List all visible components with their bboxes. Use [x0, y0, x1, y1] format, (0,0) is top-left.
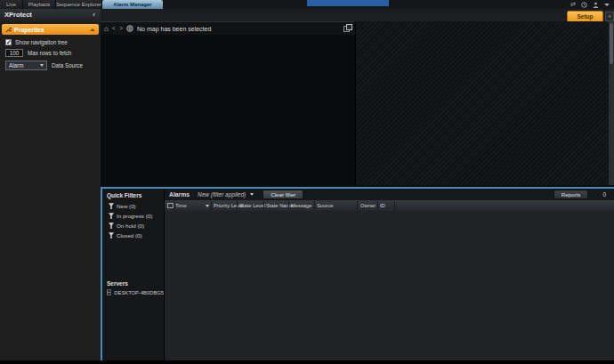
data-source-row: Alarm Data Source	[5, 61, 83, 70]
tab-sequence-explorer[interactable]: Sequence Explorer	[56, 0, 102, 9]
servers-section: Servers DESKTOP-4B0DBG5	[102, 280, 164, 295]
vertical-scrollbar[interactable]	[609, 21, 614, 185]
quick-filters-title: Quick Filters	[107, 192, 164, 198]
column-separator	[174, 201, 174, 210]
preview-panel	[355, 21, 609, 185]
servers-title: Servers	[107, 280, 164, 287]
server-item[interactable]: DESKTOP-4B0DBG5	[102, 289, 164, 295]
alarms-filter-status[interactable]: New (filter applied)	[198, 191, 246, 198]
show-nav-tree-checkbox[interactable]: ✓	[5, 39, 12, 45]
filter-item-in-progress[interactable]: In progress (0)	[102, 211, 164, 221]
sort-desc-icon	[206, 205, 209, 207]
reports-button[interactable]: Reports	[553, 190, 589, 199]
data-source-select[interactable]: Alarm	[5, 61, 47, 70]
funnel-icon	[109, 222, 114, 229]
alarm-count-badge: 0	[602, 191, 606, 198]
sidebar-header: XProtect ‹	[0, 9, 101, 21]
map-panel: ⌂ < > No map has been selected	[101, 21, 354, 185]
column-header-state-name[interactable]: State Name	[266, 200, 294, 211]
user-icon[interactable]	[593, 2, 599, 8]
column-header-owner[interactable]: Owner	[360, 200, 376, 211]
column-separator	[288, 201, 289, 210]
max-rows-input[interactable]: 100	[5, 49, 23, 57]
column-header-id[interactable]: ID	[380, 200, 385, 211]
column-separator	[237, 201, 238, 210]
chevron-down-icon[interactable]	[250, 193, 254, 196]
data-source-label: Data Source	[52, 62, 83, 69]
swap-arrows-icon[interactable]: ⇄	[570, 1, 576, 8]
column-separator	[394, 201, 395, 210]
bottom-edge	[0, 360, 614, 364]
filter-label: Closed (0)	[117, 232, 142, 239]
filter-item-new[interactable]: New (0)	[102, 201, 164, 211]
map-globe-icon	[126, 25, 133, 32]
data-source-value: Alarm	[9, 61, 40, 69]
main-toolbar	[101, 9, 614, 21]
properties-header[interactable]: Properties	[2, 24, 99, 35]
tab-alarm-manager[interactable]: Alarm Manager	[102, 0, 163, 9]
wrench-icon	[5, 27, 12, 33]
home-icon[interactable]: ⌂	[104, 25, 109, 33]
filter-label: New (0)	[117, 203, 136, 209]
filter-item-on-hold[interactable]: On hold (0)	[102, 221, 164, 231]
column-separator	[357, 201, 358, 210]
column-header-source[interactable]: Source	[317, 200, 333, 211]
workspace-tabs: Live Playback Sequence Explorer Alarm Ma…	[0, 0, 163, 9]
back-icon[interactable]: <	[112, 22, 116, 35]
show-nav-tree-label: Show navigation tree	[15, 39, 68, 45]
column-separator	[211, 201, 212, 210]
brand-title: XProtect	[4, 11, 32, 19]
properties-title: Properties	[14, 27, 90, 33]
alarm-list-panel: Quick Filters New (0) In progress (0) On…	[101, 187, 614, 360]
image-column-icon[interactable]	[167, 203, 174, 208]
server-name: DESKTOP-4B0DBG5	[114, 290, 164, 295]
collapse-panel-icon[interactable]	[90, 28, 95, 31]
show-nav-tree-row: ✓ Show navigation tree	[5, 39, 68, 45]
alarms-area: Alarms New (filter applied) Clear filter…	[165, 189, 614, 360]
layout-grid-icon[interactable]: +	[605, 12, 614, 21]
filter-label: In progress (0)	[117, 213, 152, 219]
funnel-icon	[109, 232, 114, 239]
chevron-down-icon	[40, 64, 44, 67]
column-header-time[interactable]: Time	[175, 200, 187, 211]
funnel-icon	[109, 203, 114, 209]
column-header-state-level[interactable]: State Level	[239, 200, 265, 211]
alarms-table-body[interactable]	[165, 211, 614, 360]
column-separator	[377, 201, 378, 210]
filter-item-closed[interactable]: Closed (0)	[102, 231, 164, 240]
map-toolbar: ⌂ < > No map has been selected	[101, 22, 354, 35]
top-tab-bar: Live Playback Sequence Explorer Alarm Ma…	[0, 0, 614, 9]
funnel-icon	[109, 213, 114, 219]
app-window: Live Playback Sequence Explorer Alarm Ma…	[0, 0, 614, 364]
clock-icon[interactable]	[581, 2, 587, 8]
forward-icon[interactable]: >	[119, 22, 123, 35]
column-separator	[314, 201, 315, 210]
max-rows-label: Max rows to fetch	[28, 50, 71, 56]
title-bar-fragment	[307, 0, 389, 6]
column-separator	[263, 201, 264, 210]
scrollbar-thumb[interactable]	[610, 23, 613, 64]
chevron-down-icon[interactable]	[604, 4, 610, 6]
collapse-sidebar-icon[interactable]: ‹	[93, 9, 95, 21]
quick-filters-panel: Quick Filters New (0) In progress (0) On…	[102, 189, 165, 360]
clear-filter-button[interactable]: Clear filter	[263, 190, 303, 199]
column-header-message[interactable]: Message	[291, 200, 312, 211]
tab-playback[interactable]: Playback	[23, 0, 56, 9]
alarms-toolbar: Alarms New (filter applied) Clear filter…	[165, 189, 614, 200]
properties-sidebar: Properties ✓ Show navigation tree 100 Ma…	[0, 21, 101, 360]
server-icon	[107, 289, 111, 295]
layers-icon[interactable]	[343, 24, 351, 32]
filter-label: On hold (0)	[117, 222, 144, 229]
map-status-message: No map has been selected	[137, 26, 211, 32]
window-controls: ⇄	[570, 1, 610, 8]
alarms-title: Alarms	[169, 191, 190, 198]
max-rows-row: 100 Max rows to fetch	[5, 49, 71, 57]
tab-live[interactable]: Live	[0, 0, 23, 9]
